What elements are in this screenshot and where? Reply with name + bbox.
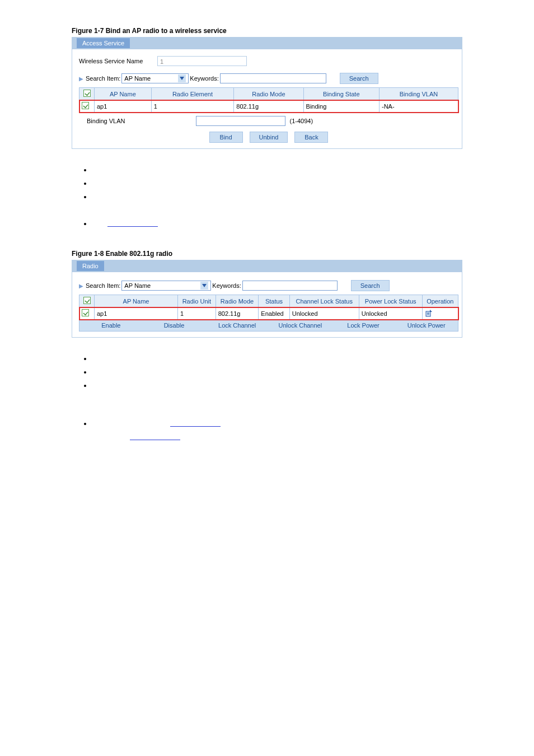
cell-radio-mode-2: 802.11g xyxy=(216,307,259,320)
cell-binding-state: Binding xyxy=(303,100,379,113)
keywords-label-2: Keywords: xyxy=(212,282,241,289)
cell-radio-unit: 1 xyxy=(178,307,216,320)
search-item-value-2: AP Name xyxy=(124,282,151,289)
svg-marker-0 xyxy=(180,77,184,80)
binding-vlan-input[interactable] xyxy=(196,116,285,126)
unlock-channel-button[interactable]: Unlock Channel xyxy=(269,320,332,331)
table-row-2[interactable]: ap1 1 802.11g Enabled Unlocked Unlocked xyxy=(79,307,458,320)
unbind-button[interactable]: Unbind xyxy=(250,132,288,143)
keywords-label: Keywords: xyxy=(190,75,218,82)
cell-ap-name-2: ap1 xyxy=(95,307,178,320)
row-checkbox[interactable] xyxy=(82,102,89,109)
back-button[interactable]: Back xyxy=(294,132,328,143)
search-item-label: Search Item: xyxy=(86,75,120,82)
search-button-2[interactable]: Search xyxy=(351,280,390,291)
svg-marker-1 xyxy=(202,284,207,287)
cell-operation[interactable] xyxy=(422,307,458,320)
action-bar: Enable Disable Lock Channel Unlock Chann… xyxy=(79,320,458,332)
edit-icon[interactable] xyxy=(425,310,456,318)
bind-button[interactable]: Bind xyxy=(209,132,243,143)
col-radio-mode-2[interactable]: Radio Mode xyxy=(216,295,259,307)
keywords-input[interactable] xyxy=(220,73,326,83)
cell-ap-name: ap1 xyxy=(95,100,152,113)
lock-power-button[interactable]: Lock Power xyxy=(332,320,395,331)
col-ap-name-2[interactable]: AP Name xyxy=(95,295,178,307)
search-item-select-2[interactable]: AP Name xyxy=(121,281,211,291)
chevron-down-icon xyxy=(200,282,208,290)
col-ap-name[interactable]: AP Name xyxy=(95,88,152,100)
keywords-input-2[interactable] xyxy=(242,281,338,291)
ap-radio-table: AP Name Radio Element Radio Mode Binding… xyxy=(79,87,458,113)
search-item-value: AP Name xyxy=(124,75,151,82)
search-item-label-2: Search Item: xyxy=(86,282,120,289)
panel-header-2: Radio xyxy=(72,260,462,272)
arrow-right-icon: ▶ xyxy=(79,76,83,82)
checkbox-header[interactable] xyxy=(79,88,95,100)
chevron-down-icon xyxy=(178,74,186,82)
wireless-service-name-field: 1 xyxy=(157,56,247,66)
col-operation[interactable]: Operation xyxy=(422,295,458,307)
panel-tab: Access Service xyxy=(77,38,130,48)
binding-vlan-label: Binding VLAN xyxy=(87,118,125,124)
radio-panel: Radio ▶ Search Item: AP Name Keywords: xyxy=(72,260,462,338)
row-checkbox-2[interactable] xyxy=(82,309,89,316)
table-row[interactable]: ap1 1 802.11g Binding -NA- xyxy=(79,100,458,113)
cell-power-lock: Unlocked xyxy=(359,307,422,320)
cell-channel-lock: Unlocked xyxy=(289,307,359,320)
search-button[interactable]: Search xyxy=(340,73,378,84)
cell-status: Enabled xyxy=(259,307,289,320)
cell-binding-vlan: -NA- xyxy=(379,100,458,113)
panel-header: Access Service xyxy=(72,38,462,49)
checkbox-header-2[interactable] xyxy=(79,295,95,307)
col-radio-mode[interactable]: Radio Mode xyxy=(234,88,303,100)
disable-button[interactable]: Disable xyxy=(143,320,206,331)
lock-channel-button[interactable]: Lock Channel xyxy=(205,320,269,331)
svg-marker-3 xyxy=(430,310,432,312)
bullet-list-1 xyxy=(36,166,534,233)
col-radio-element[interactable]: Radio Element xyxy=(151,88,234,100)
cell-radio-element: 1 xyxy=(151,100,234,113)
col-status[interactable]: Status xyxy=(259,295,289,307)
bullet-list-2 xyxy=(36,354,534,433)
unlock-power-button[interactable]: Unlock Power xyxy=(395,320,458,331)
arrow-right-icon: ▶ xyxy=(79,283,83,289)
wireless-service-name-label: Wireless Service Name xyxy=(79,58,157,64)
access-service-panel: Access Service Wireless Service Name 1 ▶… xyxy=(72,37,462,149)
table-header-row-2: AP Name Radio Unit Radio Mode Status Cha… xyxy=(79,295,458,307)
figure-title-1: Figure 1-7 Bind an AP radio to a wireles… xyxy=(72,27,462,35)
search-item-select[interactable]: AP Name xyxy=(121,73,189,83)
radio-table: AP Name Radio Unit Radio Mode Status Cha… xyxy=(79,295,458,320)
binding-vlan-range: (1-4094) xyxy=(290,118,313,124)
col-binding-state[interactable]: Binding State xyxy=(303,88,379,100)
col-power-lock[interactable]: Power Lock Status xyxy=(359,295,422,307)
figure-title-2: Figure 1-8 Enable 802.11g radio xyxy=(72,250,462,258)
cell-radio-mode: 802.11g xyxy=(234,100,303,113)
col-radio-unit[interactable]: Radio Unit xyxy=(178,295,216,307)
col-binding-vlan[interactable]: Binding VLAN xyxy=(379,88,458,100)
enable-button[interactable]: Enable xyxy=(79,320,143,331)
panel-tab-2: Radio xyxy=(77,261,104,271)
table-header-row: AP Name Radio Element Radio Mode Binding… xyxy=(79,88,458,100)
col-channel-lock[interactable]: Channel Lock Status xyxy=(289,295,359,307)
